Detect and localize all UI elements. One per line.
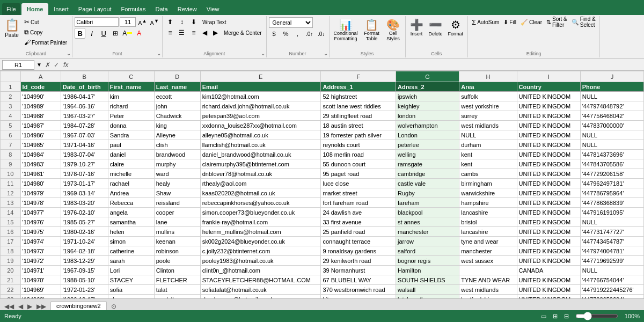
shrink-font-icon[interactable]: A▼ [149, 18, 160, 27]
header-cell-area[interactable]: Area [459, 82, 517, 92]
cell-r21c8[interactable]: UNITED KINGDOM [517, 275, 580, 285]
delete-button[interactable]: ➖ Delete [427, 17, 445, 38]
tab-view[interactable]: View [202, 3, 224, 15]
cell-r6c7[interactable]: NULL [459, 130, 517, 140]
cell-r21c3[interactable]: FLETCHER [154, 275, 200, 285]
header-cell-email[interactable]: Email [200, 82, 321, 92]
cell-r6c6[interactable]: London [396, 130, 459, 140]
tab-data[interactable]: Data [151, 3, 172, 15]
cell-r9c2[interactable]: claire [108, 159, 154, 169]
cell-r5c8[interactable]: UNITED KINGDOM [517, 121, 580, 130]
cell-r6c8[interactable]: UNITED KINGDOM [517, 130, 580, 140]
header-cell-last_name[interactable]: Last_name [154, 82, 200, 92]
align-center-icon[interactable]: ☰ [177, 28, 187, 38]
cell-r2c7[interactable]: suffolk [459, 92, 517, 101]
cell-r4c8[interactable]: UNITED KINGDOM [517, 111, 580, 121]
cell-r21c2[interactable]: STACEY [108, 275, 154, 285]
alignment-expand[interactable]: ⌄ [261, 50, 265, 56]
cell-r5c5[interactable]: 18 austin street [321, 121, 396, 130]
cell-r18c0[interactable]: '104973' [20, 246, 61, 256]
cell-r9c5[interactable]: 55 dunoon court [321, 159, 396, 169]
cell-r19c3[interactable]: poole [154, 256, 200, 266]
tab-pagelayout[interactable]: Page Layout [74, 3, 116, 15]
cell-r10c3[interactable]: ward [154, 169, 200, 179]
cell-r15c5[interactable]: 33 first avenue [321, 217, 396, 227]
cell-r13c9[interactable]: '447786368839' [580, 198, 643, 208]
cell-r19c2[interactable]: sarah [108, 256, 154, 266]
cell-r22c6[interactable]: walsall [396, 285, 459, 295]
cell-r12c1[interactable]: '1969-03-14' [61, 188, 108, 198]
cell-r5c3[interactable]: king [154, 121, 200, 130]
cell-r16c5[interactable]: 25 panfield road [321, 227, 396, 237]
cell-r23c3[interactable]: randall [154, 295, 200, 299]
cell-r14c9[interactable]: '447916191095' [580, 208, 643, 217]
cell-r8c6[interactable]: welling [396, 150, 459, 159]
cell-r10c0[interactable]: '104981' [20, 169, 61, 179]
cell-r19c4[interactable]: pooley1983@hotmail.co.uk [200, 256, 321, 266]
cell-r23c7[interactable]: hertfordshire [459, 295, 517, 299]
cell-r10c1[interactable]: '1978-07-16' [61, 169, 108, 179]
cell-r3c8[interactable]: UNITED KINGDOM [517, 101, 580, 111]
cell-r12c4[interactable]: kaas020202@hotmail.co.uk [200, 188, 321, 198]
cell-r8c3[interactable]: brandwood [154, 150, 200, 159]
cell-r18c2[interactable]: catherine [108, 246, 154, 256]
cell-r17c1[interactable]: '1971-10-24' [61, 237, 108, 246]
header-cell-address_1[interactable]: Address_1 [321, 82, 396, 92]
cell-r17c5[interactable]: connaught terrace [321, 237, 396, 246]
wrap-text-button[interactable]: Wrap Text [200, 18, 229, 26]
cell-r5c1[interactable]: '1984-07-28' [61, 121, 108, 130]
cell-r16c4[interactable]: helenm_mullins@hotmail.com [200, 227, 321, 237]
font-expand[interactable]: ⌄ [157, 50, 161, 56]
tab-file[interactable]: File [2, 3, 20, 15]
cell-r2c8[interactable]: UNITED KINGDOM [517, 92, 580, 101]
cell-r6c1[interactable]: '1967-07-03' [61, 130, 108, 140]
cell-r20c7[interactable] [459, 266, 517, 275]
cancel-formula-icon[interactable]: ✗ [44, 61, 52, 69]
align-middle-icon[interactable]: ↕ [177, 17, 187, 27]
cell-r6c2[interactable]: Sandra [108, 130, 154, 140]
cell-r14c7[interactable]: lancashire [459, 208, 517, 217]
cell-r16c9[interactable]: '447731747727' [580, 227, 643, 237]
cell-r7c3[interactable]: clish [154, 140, 200, 150]
cell-r5c6[interactable]: wolverhampton [396, 121, 459, 130]
cell-r10c5[interactable]: 95 paget road [321, 169, 396, 179]
cell-r7c0[interactable]: '104985' [20, 140, 61, 150]
nav-next-sheet2[interactable]: ▶ [25, 303, 34, 310]
cell-r13c1[interactable]: '1983-03-20' [61, 198, 108, 208]
cell-r5c2[interactable]: donna [108, 121, 154, 130]
sheet-options-icon[interactable]: ⊙ [109, 303, 119, 310]
cell-r3c0[interactable]: '104989' [20, 101, 61, 111]
header-cell-id_code[interactable]: Id_code [20, 82, 61, 92]
cell-r20c9[interactable]: NULL [580, 266, 643, 275]
cell-r4c5[interactable]: 29 stillingfleet road [321, 111, 396, 121]
align-bottom-icon[interactable]: ⬇ [188, 17, 199, 27]
cell-r19c1[interactable]: '1983-12-29' [61, 256, 108, 266]
fill-button[interactable]: ⬇ Fill [502, 17, 518, 27]
col-header-j[interactable]: J [580, 71, 643, 82]
cell-r15c0[interactable]: '104976' [20, 217, 61, 227]
grow-font-icon[interactable]: A▲ [137, 18, 148, 27]
tab-home[interactable]: Home [21, 3, 49, 15]
cut-button[interactable]: ✂ Cut [23, 17, 69, 27]
cell-r15c1[interactable]: '1985-05-27' [61, 217, 108, 227]
clipboard-expand[interactable]: ⌄ [67, 50, 71, 56]
cell-r6c0[interactable]: '104986' [20, 130, 61, 140]
cell-r23c2[interactable]: shane [108, 295, 154, 299]
formula-input[interactable] [71, 60, 642, 70]
cell-r15c8[interactable]: UNITED KINGDOM [517, 217, 580, 227]
indent-decrease-icon[interactable]: ◀ [200, 28, 210, 38]
cell-r19c8[interactable]: UNITED KINGDOM [517, 256, 580, 266]
cell-r6c5[interactable]: 19 forrester path silver [321, 130, 396, 140]
cell-r7c9[interactable]: NULL [580, 140, 643, 150]
cell-r9c8[interactable]: UNITED KINGDOM [517, 159, 580, 169]
col-header-e[interactable]: E [200, 71, 321, 82]
cell-r18c3[interactable]: robinson [154, 246, 200, 256]
autosum-button[interactable]: Σ AutoSum [470, 17, 501, 27]
cell-r22c4[interactable]: sofiatalat@hotmail.co.uk [200, 285, 321, 295]
cell-r4c3[interactable]: Chadwick [154, 111, 200, 121]
cell-r22c7[interactable]: west midlands [459, 285, 517, 295]
sort-filter-button[interactable]: ⇅ Sort &Filter [545, 17, 569, 27]
cell-r3c6[interactable]: keighley [396, 101, 459, 111]
cell-r17c0[interactable]: '104974' [20, 237, 61, 246]
col-header-d[interactable]: D [154, 71, 200, 82]
